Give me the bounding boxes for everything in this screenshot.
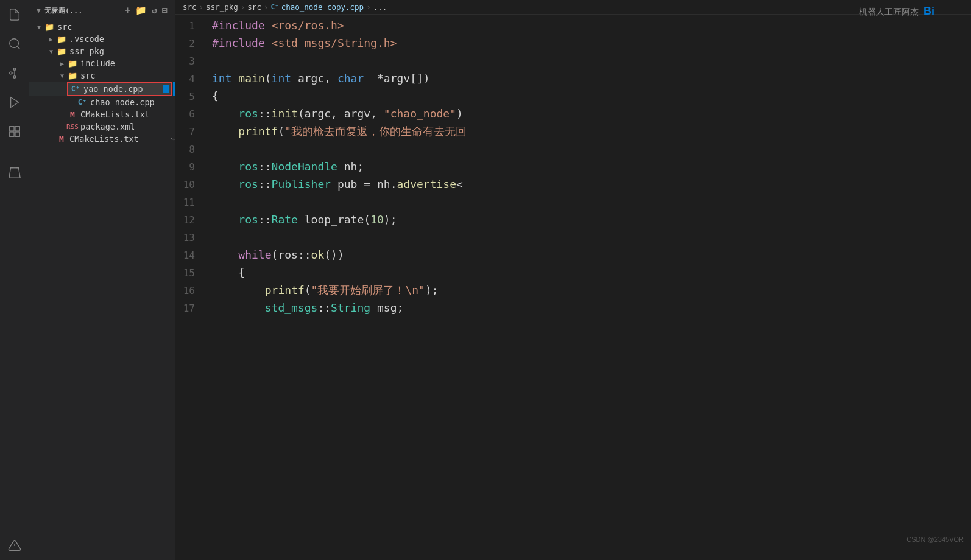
line-num-12: 12 [175,211,202,229]
token-init: init [272,105,298,123]
rename-input-wrapper: C⁺ [67,82,172,96]
line-num-1: 1 [175,17,202,35]
breadcrumb-src[interactable]: src [183,2,197,12]
code-line-16: printf ( "我要开始刷屏了！\n" ); [212,282,971,299]
token-main: main [238,70,264,88]
svg-rect-11 [15,132,19,136]
token-advertise: advertise [397,176,456,194]
line-num-17: 17 [175,299,202,317]
token-while: while [238,247,271,264]
editor[interactable]: 1 2 3 4 5 6 7 8 9 10 11 12 13 14 15 16 1… [175,15,971,560]
tree-item-vscode[interactable]: ▶ 📁 .vscode [29,33,175,45]
csdn-watermark: CSDN @2345VOR [906,536,964,543]
refresh-icon[interactable]: ↺ [152,5,157,16]
line-num-14: 14 [175,247,202,264]
code-line-5: { [212,88,971,105]
line-num-16: 16 [175,282,202,299]
svg-marker-7 [11,97,19,108]
text-cursor [163,85,169,93]
tree-item-cmake-root[interactable]: ▶ M CMakeLists.txt ↪ [29,133,175,145]
tree-label-src: src [57,22,175,32]
token-string-type: String [331,299,370,317]
tree-item-chao-node[interactable]: ▶ C⁺ chao_node.cpp [29,96,175,108]
tree-item-src-root[interactable]: ▼ 📁 src [29,21,175,33]
folder-icon-ssr: 📁 [56,46,67,56]
tree-item-src-sub[interactable]: ▼ 📁 src [29,69,175,82]
folder-arrow-vscode: ▶ [46,36,56,43]
token-ros-ns1: ros [238,105,258,123]
xml-icon: RSS [67,122,78,131]
svg-point-2 [13,68,16,71]
collapse-all-icon[interactable]: ⊟ [162,5,168,16]
tree-label-cmake-ssr: CMakeLists.txt [80,110,175,119]
tree-item-include[interactable]: ▶ 📁 include [29,57,175,69]
folder-icon-vscode: 📁 [56,34,67,44]
sidebar-collapse-icon[interactable]: ▼ [37,7,41,15]
cmake-icon-root: M [56,134,67,144]
code-line-15: { [212,264,971,282]
line-num-15: 15 [175,264,202,282]
search-icon[interactable] [5,34,24,54]
folder-icon-include: 📁 [67,58,78,68]
files-icon[interactable] [5,5,24,24]
svg-line-1 [17,46,19,49]
watermark-text: 机器人工匠阿杰 [859,7,919,16]
tree-item-package-xml[interactable]: ▶ RSS package.xml [29,121,175,133]
token-ros-ns2: ros [238,158,258,176]
breadcrumb-more[interactable]: ... [373,2,387,12]
rename-input[interactable] [83,84,163,94]
token-header-1: <ros/ros.h> [272,17,344,35]
token-publisher: Publisher [272,176,331,194]
svg-rect-10 [10,132,14,136]
line-num-7: 7 [175,123,202,141]
run-icon[interactable] [5,93,24,112]
code-area[interactable]: #include <ros/ros.h> #include <std_msgs/… [207,15,971,560]
tree-label-chao-node: chao_node.cpp [90,97,175,107]
line-num-6: 6 [175,105,202,123]
breadcrumb-ssr-pkg[interactable]: ssr_pkg [206,2,238,12]
tree-label-src-sub: src [80,71,175,80]
test-icon[interactable] [5,163,24,183]
breadcrumb-file[interactable]: C⁺ chao_node copy.cpp [270,2,364,12]
tree-label-include: include [80,58,175,68]
folder-arrow-ssr: ▼ [46,48,56,55]
tree-item-ssr-pkg[interactable]: ▼ 📁 ssr_pkg [29,45,175,57]
new-file-icon[interactable]: + [125,5,130,16]
token-ok: ok [311,247,325,264]
token-nodehandle: NodeHandle [272,158,337,176]
sidebar: ▼ 无标题(... + 📁 ↺ ⊟ ▼ 📁 src ▶ 📁 .vscode ▼ … [29,0,175,560]
tree-item-yao-node[interactable]: C⁺ [29,82,175,96]
token-stdmsgs: std_msgs [265,299,318,317]
tree-label-package-xml: package.xml [80,122,175,131]
token-num10: 10 [370,211,384,229]
folder-icon-src-sub: 📁 [67,71,78,80]
cpp-file-icon-chao: C⁺ [77,97,88,107]
code-line-11 [212,194,971,211]
code-line-17: std_msgs :: String msg; [212,299,971,317]
main-editor-area: src › ssr_pkg › src › C⁺ chao_node copy.… [175,0,971,560]
code-line-3 [212,52,971,70]
tree-item-cmake-ssr[interactable]: ▶ M CMakeLists.txt [29,108,175,121]
tree-label-vscode: .vscode [69,34,175,44]
token-header-2: <std_msgs/String.h> [272,35,397,52]
token-char: char [337,70,364,88]
breadcrumb-file-icon: C⁺ [270,3,278,11]
line-num-9: 9 [175,158,202,176]
svg-point-3 [13,76,16,79]
new-folder-icon[interactable]: 📁 [135,5,147,16]
extensions-icon[interactable] [5,122,24,141]
folder-arrow-include: ▶ [57,60,67,67]
token-str-cn2: "我要开始刷屏了！\n" [311,282,425,299]
code-line-14: while (ros :: ok ()) [212,247,971,264]
modified-indicator: ↪ [171,135,175,143]
warnings-icon[interactable] [5,536,24,555]
folder-arrow-src: ▼ [34,24,44,30]
token-ros-ns3: ros [238,176,258,194]
line-num-8: 8 [175,141,202,158]
token-ros-ns4: ros [238,211,258,229]
svg-rect-9 [15,127,19,131]
token-str-cn1: "我的枪去而复返，你的生命有去无回 [284,123,467,141]
token-int: int [212,70,232,88]
breadcrumb-src-sub[interactable]: src [247,2,261,12]
source-control-icon[interactable] [5,63,24,83]
